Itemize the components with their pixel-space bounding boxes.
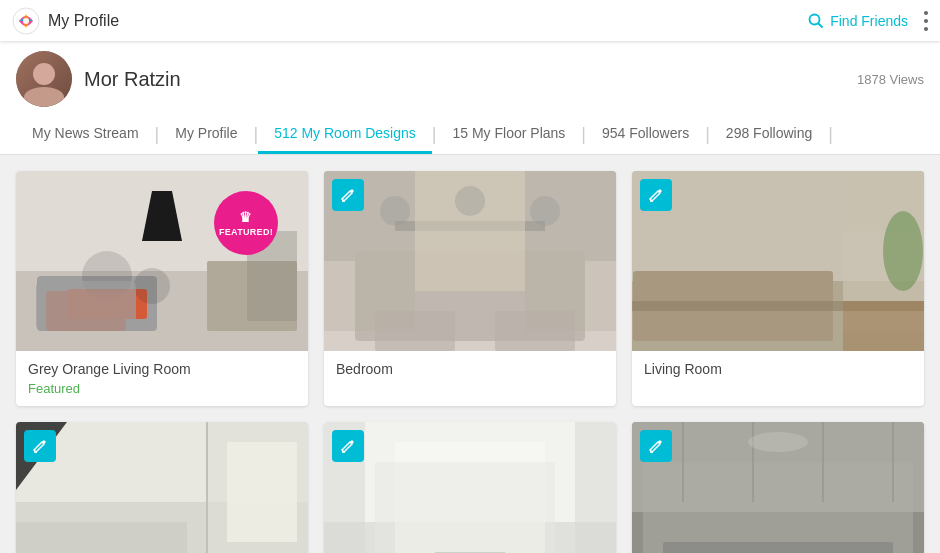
pencil-icon — [340, 187, 356, 203]
edit-icon-6[interactable] — [640, 430, 672, 462]
main-content: ♛ FEATURED! Grey Orang — [0, 155, 940, 553]
tab-room-designs[interactable]: 512 My Room Designs — [258, 115, 432, 154]
card-title-3: Living Room — [644, 361, 912, 377]
svg-rect-19 — [525, 171, 616, 331]
pencil-icon — [648, 187, 664, 203]
crown-icon: ♛ — [239, 209, 252, 225]
design-card-5 — [324, 422, 616, 553]
pencil-icon — [340, 438, 356, 454]
svg-rect-40 — [227, 442, 297, 542]
edit-icon-3[interactable] — [640, 179, 672, 211]
room-illustration-3 — [632, 171, 924, 351]
svg-rect-33 — [843, 301, 924, 351]
room-illustration-5 — [324, 422, 616, 553]
card-image-3 — [632, 171, 924, 351]
top-bar-left: My Profile — [12, 7, 119, 35]
edit-icon-2[interactable] — [332, 179, 364, 211]
edit-icon-4[interactable] — [24, 430, 56, 462]
svg-rect-58 — [663, 542, 893, 553]
card-image-2 — [324, 171, 616, 351]
designs-grid: ♛ FEATURED! Grey Orang — [16, 171, 924, 553]
card-title-2: Bedroom — [336, 361, 604, 377]
top-bar: My Profile Find Friends — [0, 0, 940, 41]
profile-header: Mor Ratzin 1878 Views My News Stream | M… — [0, 41, 940, 155]
pencil-icon — [32, 438, 48, 454]
svg-rect-7 — [67, 289, 147, 319]
card-body-3: Living Room — [632, 351, 924, 391]
search-icon — [808, 13, 824, 29]
svg-rect-46 — [375, 462, 555, 553]
views-count: 1878 Views — [857, 72, 924, 87]
card-body-1: Grey Orange Living Room Featured — [16, 351, 308, 406]
svg-point-8 — [82, 251, 132, 301]
tab-following[interactable]: 298 Following — [710, 115, 828, 154]
svg-point-34 — [883, 211, 923, 291]
more-menu-button[interactable] — [924, 11, 928, 31]
room-illustration-2 — [324, 171, 616, 351]
svg-point-1 — [23, 18, 29, 24]
edit-icon-5[interactable] — [332, 430, 364, 462]
nav-tabs: My News Stream | My Profile | 512 My Roo… — [16, 115, 924, 154]
tab-separator-6: | — [828, 124, 833, 145]
svg-point-59 — [748, 432, 808, 452]
design-card-3: Living Room — [632, 171, 924, 406]
svg-point-9 — [134, 268, 170, 304]
design-card-2: Bedroom — [324, 171, 616, 406]
find-friends-button[interactable]: Find Friends — [808, 13, 908, 29]
tab-profile[interactable]: My Profile — [159, 115, 253, 154]
svg-point-21 — [380, 196, 410, 226]
tab-followers[interactable]: 954 Followers — [586, 115, 705, 154]
svg-point-22 — [455, 186, 485, 216]
card-featured-label-1: Featured — [28, 381, 296, 396]
app-title: My Profile — [48, 12, 119, 30]
profile-left: Mor Ratzin — [16, 51, 181, 107]
card-image-1: ♛ FEATURED! — [16, 171, 308, 351]
card-image-5 — [324, 422, 616, 553]
design-card-4 — [16, 422, 308, 553]
card-image-6 — [632, 422, 924, 553]
card-title-1: Grey Orange Living Room — [28, 361, 296, 377]
svg-rect-49 — [575, 422, 616, 553]
room-illustration-6 — [632, 422, 924, 553]
card-body-2: Bedroom — [324, 351, 616, 391]
svg-rect-25 — [495, 311, 575, 351]
svg-line-3 — [819, 23, 823, 27]
profile-name: Mor Ratzin — [84, 68, 181, 91]
tab-news-stream[interactable]: My News Stream — [16, 115, 155, 154]
featured-badge: ♛ FEATURED! — [214, 191, 278, 255]
tab-floor-plans[interactable]: 15 My Floor Plans — [437, 115, 582, 154]
design-card-6 — [632, 422, 924, 553]
top-bar-right: Find Friends — [808, 11, 928, 31]
app-logo — [12, 7, 40, 35]
svg-rect-24 — [375, 311, 455, 351]
svg-rect-41 — [16, 522, 187, 553]
design-card-1: ♛ FEATURED! Grey Orang — [16, 171, 308, 406]
card-image-4 — [16, 422, 308, 553]
svg-point-23 — [530, 196, 560, 226]
avatar — [16, 51, 72, 107]
room-illustration-4 — [16, 422, 308, 553]
profile-top: Mor Ratzin 1878 Views — [16, 51, 924, 107]
pencil-icon — [648, 438, 664, 454]
